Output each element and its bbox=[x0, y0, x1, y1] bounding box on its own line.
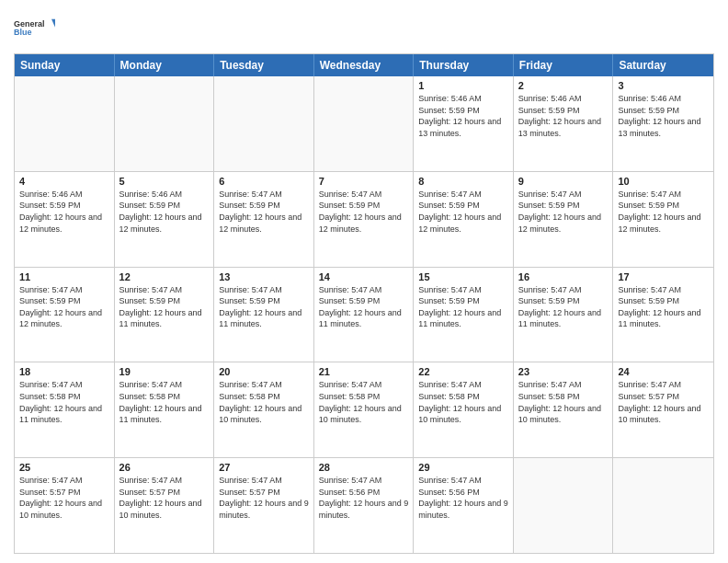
svg-marker-2 bbox=[51, 19, 55, 28]
calendar-header: SundayMondayTuesdayWednesdayThursdayFrid… bbox=[15, 54, 713, 76]
calendar-cell: 27Sunrise: 5:47 AMSunset: 5:57 PMDayligh… bbox=[214, 458, 314, 553]
day-number: 16 bbox=[518, 271, 609, 282]
calendar-cell: 28Sunrise: 5:47 AMSunset: 5:56 PMDayligh… bbox=[314, 458, 415, 553]
day-info: Sunrise: 5:46 AMSunset: 5:59 PMDaylight:… bbox=[19, 189, 109, 235]
calendar-cell: 29Sunrise: 5:47 AMSunset: 5:56 PMDayligh… bbox=[414, 458, 514, 553]
calendar: SundayMondayTuesdayWednesdayThursdayFrid… bbox=[14, 53, 714, 554]
day-info: Sunrise: 5:47 AMSunset: 5:59 PMDaylight:… bbox=[119, 284, 210, 330]
day-info: Sunrise: 5:47 AMSunset: 5:57 PMDaylight:… bbox=[119, 475, 210, 521]
week-row-4: 18Sunrise: 5:47 AMSunset: 5:58 PMDayligh… bbox=[15, 362, 713, 458]
day-info: Sunrise: 5:47 AMSunset: 5:56 PMDaylight:… bbox=[418, 475, 508, 521]
day-number: 6 bbox=[219, 176, 309, 187]
week-row-2: 4Sunrise: 5:46 AMSunset: 5:59 PMDaylight… bbox=[15, 172, 713, 268]
header-cell-tuesday: Tuesday bbox=[214, 54, 314, 76]
day-info: Sunrise: 5:46 AMSunset: 5:59 PMDaylight:… bbox=[418, 93, 508, 139]
day-number: 12 bbox=[119, 271, 210, 282]
day-number: 14 bbox=[319, 271, 409, 282]
day-info: Sunrise: 5:46 AMSunset: 5:59 PMDaylight:… bbox=[618, 93, 709, 139]
day-number: 26 bbox=[119, 462, 210, 473]
day-info: Sunrise: 5:47 AMSunset: 5:59 PMDaylight:… bbox=[418, 189, 508, 235]
day-number: 28 bbox=[319, 462, 409, 473]
calendar-cell bbox=[15, 76, 115, 171]
calendar-cell: 3Sunrise: 5:46 AMSunset: 5:59 PMDaylight… bbox=[613, 76, 713, 171]
day-info: Sunrise: 5:47 AMSunset: 5:57 PMDaylight:… bbox=[618, 379, 709, 425]
day-info: Sunrise: 5:46 AMSunset: 5:59 PMDaylight:… bbox=[518, 93, 609, 139]
calendar-cell: 23Sunrise: 5:47 AMSunset: 5:58 PMDayligh… bbox=[514, 362, 614, 457]
day-info: Sunrise: 5:47 AMSunset: 5:58 PMDaylight:… bbox=[219, 379, 309, 425]
calendar-cell: 4Sunrise: 5:46 AMSunset: 5:59 PMDaylight… bbox=[15, 172, 115, 267]
calendar-cell: 22Sunrise: 5:47 AMSunset: 5:58 PMDayligh… bbox=[414, 362, 514, 457]
day-info: Sunrise: 5:47 AMSunset: 5:56 PMDaylight:… bbox=[319, 475, 409, 521]
day-info: Sunrise: 5:47 AMSunset: 5:59 PMDaylight:… bbox=[219, 284, 309, 330]
header-cell-thursday: Thursday bbox=[414, 54, 514, 76]
day-number: 23 bbox=[518, 366, 609, 377]
day-number: 27 bbox=[219, 462, 309, 473]
calendar-cell: 19Sunrise: 5:47 AMSunset: 5:58 PMDayligh… bbox=[115, 362, 215, 457]
header-cell-friday: Friday bbox=[514, 54, 614, 76]
day-number: 24 bbox=[618, 366, 709, 377]
calendar-cell bbox=[514, 458, 614, 553]
day-info: Sunrise: 5:47 AMSunset: 5:59 PMDaylight:… bbox=[618, 284, 709, 330]
week-row-5: 25Sunrise: 5:47 AMSunset: 5:57 PMDayligh… bbox=[15, 458, 713, 553]
header-cell-monday: Monday bbox=[115, 54, 215, 76]
calendar-cell: 2Sunrise: 5:46 AMSunset: 5:59 PMDaylight… bbox=[514, 76, 614, 171]
calendar-cell: 13Sunrise: 5:47 AMSunset: 5:59 PMDayligh… bbox=[214, 268, 314, 362]
day-info: Sunrise: 5:47 AMSunset: 5:59 PMDaylight:… bbox=[418, 284, 508, 330]
calendar-body: 1Sunrise: 5:46 AMSunset: 5:59 PMDaylight… bbox=[15, 76, 713, 553]
calendar-cell: 5Sunrise: 5:46 AMSunset: 5:59 PMDaylight… bbox=[115, 172, 215, 267]
day-info: Sunrise: 5:47 AMSunset: 5:58 PMDaylight:… bbox=[19, 379, 109, 425]
calendar-cell bbox=[214, 76, 314, 171]
logo: General Blue bbox=[14, 9, 55, 46]
calendar-cell: 12Sunrise: 5:47 AMSunset: 5:59 PMDayligh… bbox=[115, 268, 215, 362]
day-number: 2 bbox=[518, 80, 609, 91]
day-info: Sunrise: 5:47 AMSunset: 5:58 PMDaylight:… bbox=[418, 379, 508, 425]
calendar-cell: 6Sunrise: 5:47 AMSunset: 5:59 PMDaylight… bbox=[214, 172, 314, 267]
header-cell-wednesday: Wednesday bbox=[314, 54, 415, 76]
calendar-cell: 16Sunrise: 5:47 AMSunset: 5:59 PMDayligh… bbox=[514, 268, 614, 362]
calendar-cell: 10Sunrise: 5:47 AMSunset: 5:59 PMDayligh… bbox=[613, 172, 713, 267]
day-info: Sunrise: 5:47 AMSunset: 5:59 PMDaylight:… bbox=[19, 284, 109, 330]
day-number: 10 bbox=[618, 176, 709, 187]
logo-svg: General Blue bbox=[14, 9, 55, 46]
calendar-cell: 14Sunrise: 5:47 AMSunset: 5:59 PMDayligh… bbox=[314, 268, 415, 362]
day-info: Sunrise: 5:47 AMSunset: 5:57 PMDaylight:… bbox=[219, 475, 309, 521]
calendar-cell: 20Sunrise: 5:47 AMSunset: 5:58 PMDayligh… bbox=[214, 362, 314, 457]
calendar-cell: 11Sunrise: 5:47 AMSunset: 5:59 PMDayligh… bbox=[15, 268, 115, 362]
week-row-3: 11Sunrise: 5:47 AMSunset: 5:59 PMDayligh… bbox=[15, 268, 713, 363]
day-number: 18 bbox=[19, 366, 109, 377]
day-info: Sunrise: 5:47 AMSunset: 5:59 PMDaylight:… bbox=[518, 284, 609, 330]
day-number: 4 bbox=[19, 176, 109, 187]
header-cell-sunday: Sunday bbox=[15, 54, 115, 76]
day-info: Sunrise: 5:47 AMSunset: 5:59 PMDaylight:… bbox=[219, 189, 309, 235]
day-number: 25 bbox=[19, 462, 109, 473]
day-number: 1 bbox=[418, 80, 508, 91]
header: General Blue bbox=[14, 9, 714, 46]
day-number: 17 bbox=[618, 271, 709, 282]
calendar-cell: 9Sunrise: 5:47 AMSunset: 5:59 PMDaylight… bbox=[514, 172, 614, 267]
day-number: 8 bbox=[418, 176, 508, 187]
day-number: 11 bbox=[19, 271, 109, 282]
day-number: 29 bbox=[418, 462, 508, 473]
page: General Blue SundayMondayTuesdayWednesda… bbox=[0, 0, 728, 563]
day-number: 20 bbox=[219, 366, 309, 377]
calendar-cell: 17Sunrise: 5:47 AMSunset: 5:59 PMDayligh… bbox=[613, 268, 713, 362]
header-cell-saturday: Saturday bbox=[613, 54, 713, 76]
day-number: 9 bbox=[518, 176, 609, 187]
day-number: 3 bbox=[618, 80, 709, 91]
calendar-cell bbox=[314, 76, 415, 171]
day-info: Sunrise: 5:46 AMSunset: 5:59 PMDaylight:… bbox=[119, 189, 210, 235]
calendar-cell: 7Sunrise: 5:47 AMSunset: 5:59 PMDaylight… bbox=[314, 172, 415, 267]
day-number: 15 bbox=[418, 271, 508, 282]
day-number: 5 bbox=[119, 176, 210, 187]
svg-text:General: General bbox=[14, 19, 45, 29]
calendar-cell: 8Sunrise: 5:47 AMSunset: 5:59 PMDaylight… bbox=[414, 172, 514, 267]
calendar-cell: 25Sunrise: 5:47 AMSunset: 5:57 PMDayligh… bbox=[15, 458, 115, 553]
calendar-cell bbox=[115, 76, 215, 171]
day-info: Sunrise: 5:47 AMSunset: 5:58 PMDaylight:… bbox=[319, 379, 409, 425]
day-number: 22 bbox=[418, 366, 508, 377]
day-info: Sunrise: 5:47 AMSunset: 5:59 PMDaylight:… bbox=[319, 284, 409, 330]
calendar-cell: 26Sunrise: 5:47 AMSunset: 5:57 PMDayligh… bbox=[115, 458, 215, 553]
day-info: Sunrise: 5:47 AMSunset: 5:58 PMDaylight:… bbox=[119, 379, 210, 425]
svg-text:Blue: Blue bbox=[14, 28, 32, 37]
day-info: Sunrise: 5:47 AMSunset: 5:59 PMDaylight:… bbox=[518, 189, 609, 235]
